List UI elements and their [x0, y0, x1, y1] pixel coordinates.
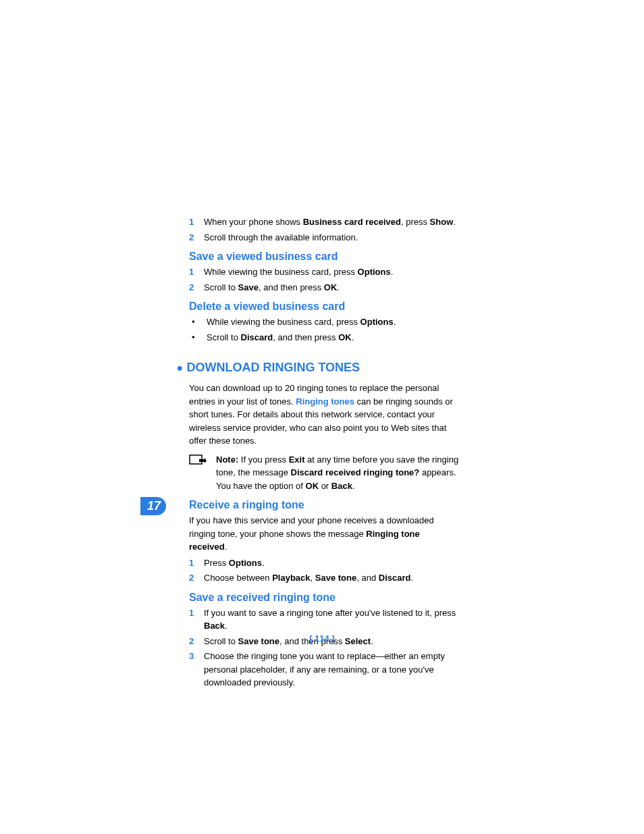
step-text: When your phone shows Business card rece… — [204, 215, 459, 229]
step-number: 1 — [189, 265, 204, 279]
delete-card-bullet-2: • Scroll to Discard, and then press OK. — [189, 331, 459, 344]
note-icon — [189, 453, 216, 493]
note-block: Note: If you press Exit at any time befo… — [189, 453, 459, 493]
step-text: If you want to save a ringing tone after… — [204, 606, 459, 633]
step-text: Press Options. — [204, 556, 459, 570]
step-number: 1 — [189, 215, 204, 229]
section-bullet-icon: • — [177, 359, 182, 377]
save-tone-step-3: 3 Choose the ringing tone you want to re… — [189, 650, 459, 689]
ringing-tones-link[interactable]: Ringing tones — [296, 396, 354, 407]
step-number: 2 — [189, 231, 204, 244]
step-text: Scroll to Save, and then press OK. — [204, 281, 459, 294]
receive-paragraph: If you have this service and your phone … — [189, 514, 459, 554]
save-card-step-1: 1 While viewing the business card, press… — [189, 265, 459, 279]
bullet-icon: • — [189, 331, 207, 344]
page-content: 1 When your phone shows Business card re… — [189, 213, 459, 692]
intro-step-1: 1 When your phone shows Business card re… — [189, 215, 459, 229]
bullet-icon: • — [189, 315, 207, 329]
step-number: 2 — [189, 281, 204, 294]
heading-save-tone: Save a received ringing tone — [189, 592, 459, 604]
receive-step-1: 1 Press Options. — [189, 556, 459, 570]
download-paragraph: You can download up to 20 ringing tones … — [189, 382, 459, 448]
note-text: Note: If you press Exit at any time befo… — [216, 453, 459, 493]
page-number: [ 114 ] — [0, 633, 644, 644]
delete-card-bullet-1: • While viewing the business card, press… — [189, 315, 459, 329]
heading-download: •DOWNLOAD RINGING TONES — [177, 359, 459, 377]
bullet-text: While viewing the business card, press O… — [207, 315, 459, 329]
receive-step-2: 2 Choose between Playback, Save tone, an… — [189, 571, 459, 585]
step-number: 1 — [189, 606, 204, 633]
save-tone-step-1: 1 If you want to save a ringing tone aft… — [189, 606, 459, 633]
heading-receive: Receive a ringing tone — [189, 499, 459, 511]
save-card-step-2: 2 Scroll to Save, and then press OK. — [189, 281, 459, 294]
step-text: Choose the ringing tone you want to repl… — [204, 650, 459, 689]
step-text: Scroll through the available information… — [204, 231, 459, 244]
step-text: While viewing the business card, press O… — [204, 265, 459, 279]
step-number: 2 — [189, 571, 204, 585]
chapter-tab: 17 — [140, 497, 166, 515]
step-number: 3 — [189, 650, 204, 689]
step-text: Choose between Playback, Save tone, and … — [204, 571, 459, 585]
bullet-text: Scroll to Discard, and then press OK. — [207, 331, 459, 344]
heading-save-card: Save a viewed business card — [189, 251, 459, 263]
heading-delete-card: Delete a viewed business card — [189, 301, 459, 313]
intro-step-2: 2 Scroll through the available informati… — [189, 231, 459, 244]
step-number: 1 — [189, 556, 204, 570]
